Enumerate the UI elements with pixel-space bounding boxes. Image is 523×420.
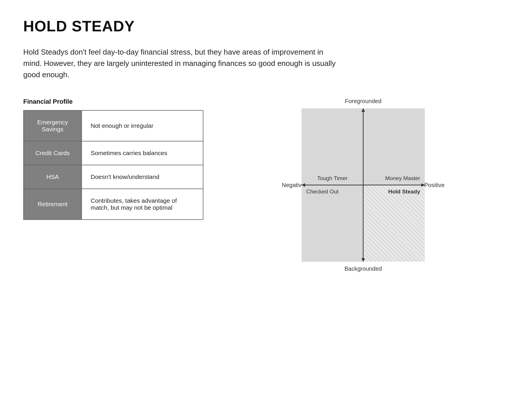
table-value-cell: Contributes, takes advantage of match, b… — [82, 189, 203, 220]
quadrant-top-right: Money Master — [363, 108, 425, 185]
quadrant-container: Tough Timer Money Master Checked Out Hol… — [302, 108, 425, 262]
axis-label-foregrounded: Foregrounded — [345, 98, 381, 105]
table-value-cell: Doesn't know/understand — [82, 165, 203, 189]
left-panel: Financial Profile Emergency SavingsNot e… — [23, 98, 203, 220]
table-label-cell: Emergency Savings — [24, 110, 82, 141]
quadrant-top-left: Tough Timer — [302, 108, 363, 185]
quadrant-label-bottom-right: Hold Steady — [388, 189, 420, 195]
page-title: HOLD STEADY — [23, 17, 500, 35]
financial-profile-title: Financial Profile — [23, 98, 203, 105]
quadrant-label-bottom-left: Checked Out — [306, 189, 338, 195]
table-label-cell: Credit Cards — [24, 141, 82, 165]
table-value-cell: Not enough or irregular — [82, 110, 203, 141]
table-row: RetirementContributes, takes advantage o… — [24, 189, 203, 220]
quadrant-label-top-left: Tough Timer — [317, 175, 348, 182]
table-row: Emergency SavingsNot enough or irregular — [24, 110, 203, 141]
chart-wrapper: Foregrounded Backgrounded Negative Posit… — [282, 98, 445, 272]
profile-table: Emergency SavingsNot enough or irregular… — [23, 110, 203, 220]
right-panel: Foregrounded Backgrounded Negative Posit… — [227, 98, 500, 272]
axis-label-positive: Positive — [424, 182, 445, 189]
table-label-cell: Retirement — [24, 189, 82, 220]
quadrant-bottom-left: Checked Out — [302, 185, 363, 262]
table-value-cell: Sometimes carries balances — [82, 141, 203, 165]
quadrant-label-top-right: Money Master — [385, 175, 420, 182]
quadrant-bottom-right: Hold Steady — [363, 185, 425, 262]
description-text: Hold Steadys don't feel day-to-day finan… — [23, 46, 343, 80]
table-label-cell: HSA — [24, 165, 82, 189]
axis-label-backgrounded: Backgrounded — [345, 265, 382, 272]
table-row: HSADoesn't know/understand — [24, 165, 203, 189]
table-row: Credit CardsSometimes carries balances — [24, 141, 203, 165]
content-row: Financial Profile Emergency SavingsNot e… — [23, 98, 500, 272]
